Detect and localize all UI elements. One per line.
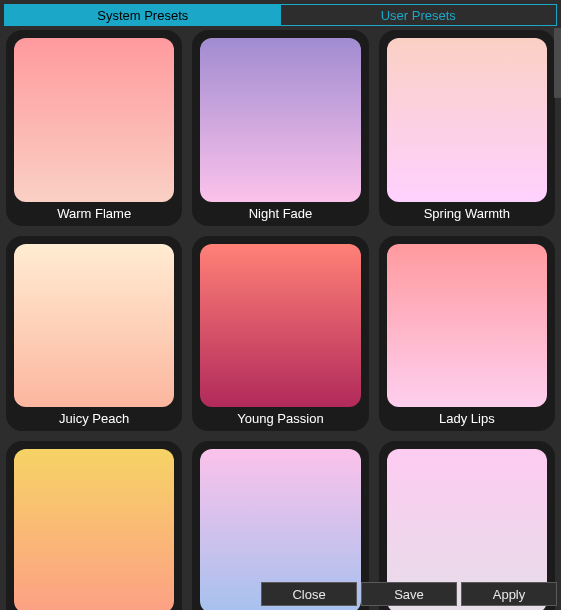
- scrollbar-thumb[interactable]: [554, 28, 561, 98]
- tab-user-presets[interactable]: User Presets: [281, 5, 557, 25]
- preset-item[interactable]: Night Fade: [192, 30, 368, 226]
- preset-swatch: [200, 244, 360, 408]
- button-label: Apply: [493, 587, 526, 602]
- preset-label: Warm Flame: [57, 206, 131, 222]
- preset-label: Juicy Peach: [59, 411, 129, 427]
- preset-area: Warm FlameNight FadeSpring WarmthJuicy P…: [4, 28, 557, 576]
- preset-item[interactable]: Young Passion: [192, 236, 368, 432]
- preset-swatch: [14, 244, 174, 408]
- preset-swatch: [200, 38, 360, 202]
- save-button[interactable]: Save: [361, 582, 457, 606]
- preset-grid: Warm FlameNight FadeSpring WarmthJuicy P…: [4, 28, 557, 610]
- preset-swatch: [14, 38, 174, 202]
- preset-item[interactable]: Juicy Peach: [6, 236, 182, 432]
- preset-item[interactable]: Sunny Morning: [6, 441, 182, 610]
- button-label: Save: [394, 587, 424, 602]
- preset-swatch: [14, 449, 174, 610]
- button-label: Close: [292, 587, 325, 602]
- preset-swatch: [387, 244, 547, 408]
- preset-tabbar: System Presets User Presets: [4, 4, 557, 26]
- close-button[interactable]: Close: [261, 582, 357, 606]
- preset-item[interactable]: Spring Warmth: [379, 30, 555, 226]
- preset-item[interactable]: Warm Flame: [6, 30, 182, 226]
- preset-label: Young Passion: [237, 411, 323, 427]
- tab-system-presets[interactable]: System Presets: [5, 5, 281, 25]
- tab-label: System Presets: [97, 8, 188, 23]
- preset-label: Night Fade: [249, 206, 313, 222]
- preset-item[interactable]: Lady Lips: [379, 236, 555, 432]
- preset-label: Spring Warmth: [424, 206, 510, 222]
- dialog-footer: Close Save Apply: [261, 582, 557, 606]
- tab-label: User Presets: [381, 8, 456, 23]
- apply-button[interactable]: Apply: [461, 582, 557, 606]
- preset-swatch: [387, 38, 547, 202]
- preset-label: Lady Lips: [439, 411, 495, 427]
